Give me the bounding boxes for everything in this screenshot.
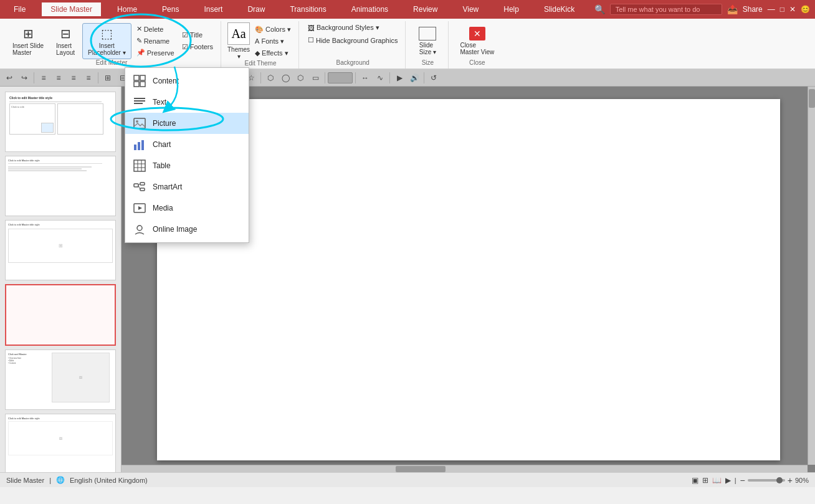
slide-thumb-2[interactable]: Click to edit Master title style (5, 156, 116, 216)
slide-thumb-3[interactable]: Click to edit Master title style ⊞ (5, 220, 116, 280)
zoom-in-btn[interactable]: + (788, 475, 793, 485)
footers-checkbox: ☑ (182, 43, 188, 51)
colors-button[interactable]: 🎨 Colors ▾ (252, 24, 293, 35)
themes-button[interactable]: Aa (227, 22, 250, 45)
menu-item-table[interactable]: Table (125, 155, 249, 176)
ribbon-group-background: 🖼 Background Styles ▾ ☐ Hide Background … (300, 21, 406, 69)
slide-size-button[interactable]: SlideSize ▾ (412, 24, 443, 58)
curve-btn[interactable]: ∿ (373, 71, 387, 85)
tab-animations[interactable]: Animations (343, 2, 397, 17)
svg-rect-4 (134, 98, 145, 99)
refresh-btn[interactable]: ↺ (427, 71, 441, 85)
rename-label: Rename (144, 37, 170, 45)
tab-insert[interactable]: Insert (195, 2, 231, 17)
connect-btn[interactable]: ↔ (358, 71, 372, 85)
shape2-btn[interactable]: ◯ (279, 71, 292, 85)
svg-rect-1 (140, 75, 145, 80)
picture-menu-icon (133, 116, 146, 130)
fonts-icon: A (255, 37, 259, 45)
svg-rect-0 (134, 75, 139, 80)
tab-transitions[interactable]: Transitions (281, 2, 335, 17)
redo-btn[interactable]: ↪ (17, 71, 31, 85)
menu-item-smartart[interactable]: SmartArt (125, 176, 249, 197)
align-left-btn[interactable]: ≡ (37, 71, 50, 85)
vertical-scrollbar[interactable] (808, 87, 815, 465)
audio-btn[interactable]: 🔊 (407, 71, 421, 85)
tab-pens[interactable]: Pens (153, 2, 188, 17)
horizontal-scrollbar[interactable] (122, 465, 808, 472)
insert-slide-master-button[interactable]: ⊞ Insert SlideMaster (7, 24, 49, 59)
edit-master-group-label: Edit Master (96, 59, 128, 67)
fonts-button[interactable]: A Fonts ▾ (252, 36, 293, 47)
menu-item-content[interactable]: Content (125, 70, 249, 92)
align-right-btn[interactable]: ≡ (67, 71, 80, 85)
tab-home[interactable]: Home (108, 2, 146, 17)
close-icon: ✕ (469, 27, 485, 40)
insert-placeholder-label: InsertPlaceholder ▾ (88, 42, 126, 56)
close-content: ✕ CloseMaster View (455, 22, 499, 59)
effects-button[interactable]: ◆ Effects ▾ (252, 48, 293, 59)
preserve-icon: 📌 (136, 49, 145, 57)
video-btn[interactable]: ▶ (393, 71, 406, 85)
background-styles-button[interactable]: 🖼 Background Styles ▾ (305, 22, 382, 33)
preserve-button[interactable]: 📌 Preserve (134, 47, 177, 58)
align-justify-btn[interactable]: ≡ (82, 71, 95, 85)
grid-btn[interactable]: ⊞ (101, 71, 115, 85)
insert-slide-master-label: Insert SlideMaster (12, 42, 44, 56)
svg-rect-18 (140, 183, 145, 185)
tab-help[interactable]: Help (495, 2, 528, 17)
tab-file[interactable]: File (5, 2, 34, 17)
h-scroll-thumb[interactable] (396, 466, 446, 472)
share-icon: 📤 (727, 4, 738, 14)
colors-icon: 🎨 (255, 26, 264, 34)
search-input[interactable] (610, 4, 722, 15)
view-slideshow-btn[interactable]: ▶ (725, 476, 731, 485)
menu-item-online-image[interactable]: Online Image (125, 219, 249, 240)
menu-item-media[interactable]: Media (125, 197, 249, 219)
maximize-icon[interactable]: □ (780, 5, 784, 14)
tab-slidekick[interactable]: SlideKick (535, 2, 583, 17)
hide-background-graphics-button[interactable]: ☐ Hide Background Graphics (305, 35, 400, 45)
slide-thumb-1[interactable]: Click to edit Master title style Click t… (5, 92, 116, 152)
undo-btn[interactable]: ↩ (2, 71, 16, 85)
color-selector[interactable] (328, 72, 353, 83)
menu-item-picture[interactable]: Picture (125, 113, 249, 134)
view-normal-btn[interactable]: ▣ (692, 476, 698, 485)
view-slidesorter-btn[interactable]: ⊞ (702, 476, 708, 485)
menu-item-text[interactable]: Text (125, 92, 249, 113)
slide-thumb-5-content: Click and Master • Overview Item • Bulle… (6, 350, 115, 409)
ribbon-group-edit-master: ⊞ Insert SlideMaster ⊟ InsertLayout ⬚ In… (2, 21, 221, 69)
rect-btn[interactable]: ▭ (308, 71, 322, 85)
slide-thumb-5[interactable]: Click and Master • Overview Item • Bulle… (5, 349, 116, 410)
share-label[interactable]: Share (743, 5, 763, 14)
slide-thumb-4[interactable] (5, 284, 116, 346)
ribbon-group-edit-theme: Aa Themes ▾ 🎨 Colors ▾ A Fonts ▾ ◆ (222, 21, 299, 69)
zoom-slider[interactable] (748, 479, 785, 482)
tab-view[interactable]: View (454, 2, 487, 17)
ribbon-group-size: SlideSize ▾ Size (407, 21, 449, 69)
v-scroll-thumb[interactable] (809, 89, 815, 108)
close-window-icon[interactable]: ✕ (789, 5, 796, 14)
content-icon (133, 74, 146, 88)
delete-button[interactable]: ✕ Delete (134, 24, 177, 34)
tab-review[interactable]: Review (404, 2, 446, 17)
svg-marker-23 (138, 206, 142, 210)
zoom-thumb[interactable] (776, 477, 783, 483)
zoom-out-btn[interactable]: − (740, 475, 745, 485)
title-button[interactable]: ☑ Title (179, 30, 216, 40)
tab-draw[interactable]: Draw (239, 2, 274, 17)
align-center-btn[interactable]: ≡ (52, 71, 65, 85)
rename-button[interactable]: ✎ Rename (134, 36, 177, 46)
minimize-icon[interactable]: — (768, 5, 775, 14)
insert-placeholder-button[interactable]: ⬚ InsertPlaceholder ▾ (82, 23, 131, 59)
view-reading-btn[interactable]: 📖 (712, 476, 722, 485)
shape3-btn[interactable]: ⬡ (293, 71, 307, 85)
menu-item-chart[interactable]: Chart (125, 134, 249, 155)
slide-canvas[interactable] (157, 99, 780, 460)
footers-button[interactable]: ☑ Footers (179, 42, 216, 52)
close-master-view-button[interactable]: ✕ CloseMaster View (455, 24, 499, 58)
tab-slide-master[interactable]: Slide Master (42, 2, 101, 16)
insert-layout-button[interactable]: ⊟ InsertLayout (51, 24, 80, 59)
slide-thumb-6[interactable]: Click to edit Master title style 🖼 (5, 414, 116, 472)
shape1-btn[interactable]: ⬡ (264, 71, 277, 85)
